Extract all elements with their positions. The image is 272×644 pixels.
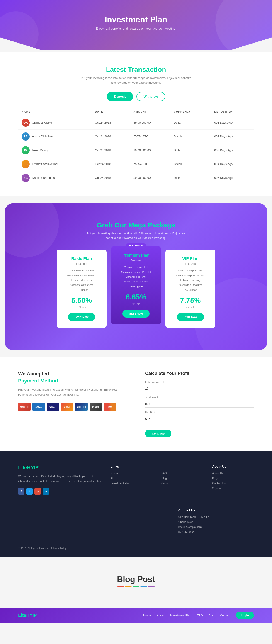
- row-deposit-by: 005 Days Ago: [211, 171, 254, 185]
- row-deposit-by: 002 Days Ago: [211, 130, 254, 143]
- payment-calc-section: We Accepted Payment Method Put your inve…: [0, 357, 272, 451]
- footer-link-investment[interactable]: Investment Plan: [110, 482, 152, 485]
- footer-contact-row: Contact Us 512 Main road ST. MA 176 Char…: [18, 504, 254, 536]
- plan-feature: 24/7Support: [62, 288, 101, 292]
- payment-desc: Put your investing ideas into action wit…: [18, 387, 127, 397]
- plan-features-label: Features: [117, 259, 155, 262]
- plan-rate-period: / Month: [171, 306, 210, 308]
- col-date: DATE: [92, 108, 130, 116]
- table-row: IV Isreal Vandy Oct.24.2018 $9.00 000.00…: [18, 143, 254, 157]
- nav-logo-hyip: HYIP: [26, 613, 37, 618]
- start-now-button[interactable]: Start Now: [122, 310, 150, 318]
- table-header-row: NAME DATE AMOUNT CURRENCY DEPOSIT BY: [18, 108, 254, 116]
- footer-aboutus-title: About Us: [212, 465, 254, 468]
- blog-title: Blog Post: [18, 575, 254, 584]
- nav-about[interactable]: About: [157, 614, 164, 617]
- copyright-text: © 2018. All Rights Reserved. Privacy Pol…: [18, 547, 66, 550]
- underline-red: [117, 586, 124, 587]
- plan-rate-period: / Month: [62, 306, 101, 308]
- continue-button[interactable]: Continue: [145, 430, 171, 438]
- net-profit-input[interactable]: [145, 415, 254, 423]
- nav-contact[interactable]: Contact: [220, 614, 230, 617]
- nav-faq[interactable]: FAQ: [197, 614, 203, 617]
- row-amount: 75354 BTC: [130, 130, 170, 143]
- col-currency: CURRENCY: [170, 108, 211, 116]
- payment-logo: Maestro: [18, 403, 30, 411]
- payment-logos: MaestroAMEXVISACirrusElectronDinersMC: [18, 403, 127, 411]
- most-popular-badge: Most Popular: [126, 244, 146, 248]
- plan-rate-period: / Month: [117, 302, 155, 305]
- underline-green: [132, 586, 140, 587]
- avatar: IV: [22, 146, 30, 154]
- total-profit-label: Total Profit :: [145, 396, 254, 399]
- start-now-button[interactable]: Start Now: [177, 313, 204, 321]
- plan-feature: Minimum Deposit $10: [117, 266, 155, 269]
- user-name: Emmott Steinkellner: [32, 162, 58, 166]
- footer-about-col: LiteHYIP We are full service Digital Mar…: [18, 465, 102, 494]
- avatar: AR: [22, 132, 30, 140]
- col-name: NAME: [18, 108, 92, 116]
- footer-signin-link[interactable]: Sign In: [212, 487, 254, 490]
- footer-links-col: Links Home About Investment Plan: [110, 465, 152, 494]
- plan-feature: Minimum Deposit $10: [171, 269, 210, 272]
- withdraw-tab[interactable]: Withdraw: [136, 92, 165, 101]
- total-profit-input[interactable]: [145, 400, 254, 408]
- plan-rate: 7.75%: [171, 296, 210, 305]
- enter-amount-input[interactable]: [145, 385, 254, 392]
- footer-aboutus-col: About Us About Us Blog Contact Us Sign I…: [212, 465, 254, 494]
- plan-feature: Enhanced security: [171, 278, 210, 282]
- plan-feature: Enhanced security: [62, 278, 101, 282]
- footer-logo-hyip: HYIP: [27, 465, 38, 470]
- social-icons: f t g+ in: [18, 488, 102, 494]
- blog-underline: [18, 586, 254, 587]
- plan-feature: Access to all features: [117, 280, 155, 283]
- enter-amount-field: Enter Ammount :: [145, 380, 254, 392]
- transaction-table: NAME DATE AMOUNT CURRENCY DEPOSIT BY OR …: [18, 108, 254, 185]
- googleplus-icon[interactable]: g+: [34, 488, 41, 494]
- payment-logo: VISA: [47, 403, 59, 411]
- facebook-icon[interactable]: f: [18, 488, 24, 494]
- footer: LiteHYIP We are full service Digital Mar…: [0, 451, 272, 556]
- nav-blog[interactable]: Blog: [208, 614, 214, 617]
- footer-blog-link[interactable]: Blog: [212, 477, 254, 480]
- footer-link-blog[interactable]: Blog: [162, 477, 203, 480]
- payment-logo: Diners: [90, 403, 102, 411]
- footer-email: info@example.com: [178, 526, 254, 528]
- plan-card: Basic Plan Features Minimum Deposit $10M…: [57, 250, 106, 328]
- deposit-tab[interactable]: Deposit: [107, 92, 133, 101]
- row-deposit-by: 004 Days Ago: [211, 157, 254, 171]
- table-row: ES Emmott Steinkellner Oct.24.2018 75354…: [18, 157, 254, 171]
- footer-contact-us-link[interactable]: Contact Us: [212, 482, 254, 485]
- start-now-button[interactable]: Start Now: [68, 313, 96, 321]
- calculator-panel: Calculate Your Profit Enter Ammount : To…: [145, 371, 254, 438]
- col-deposit-by: DEPOSIT BY: [211, 108, 254, 116]
- login-button[interactable]: Login: [236, 612, 254, 619]
- footer-link-about[interactable]: About: [110, 477, 152, 480]
- row-date: Oct.24.2018: [92, 116, 130, 130]
- calc-title: Calculate Your Profit: [145, 371, 254, 376]
- transaction-section: Latest Transaction Put your investing id…: [0, 52, 272, 196]
- footer-link-faq[interactable]: FAQ: [162, 472, 203, 475]
- underline-blue: [140, 586, 147, 587]
- top-navbar: LiteHYIP Home About Investment Plan FAQ …: [0, 608, 272, 623]
- we-accepted-label: We Accepted: [18, 371, 127, 377]
- tab-buttons: Deposit Withdraw: [18, 92, 254, 101]
- footer-logo: LiteHYIP: [18, 465, 102, 470]
- footer-link-contact[interactable]: Contact: [162, 482, 203, 485]
- plan-feature: Maximum Deposit $10,000: [117, 270, 155, 274]
- nav-investment[interactable]: Investment Plan: [170, 614, 191, 617]
- payment-logo: MC: [104, 403, 116, 411]
- nav-home[interactable]: Home: [143, 614, 151, 617]
- plan-rate: 5.50%: [62, 296, 101, 305]
- footer-link-home[interactable]: Home: [110, 472, 152, 475]
- twitter-icon[interactable]: t: [26, 488, 33, 494]
- plan-feature: 24/7Support: [117, 285, 155, 288]
- user-name: Nancee Broomes: [32, 176, 55, 180]
- payment-logo: AMEX: [32, 403, 45, 411]
- linkedin-icon[interactable]: in: [42, 488, 49, 494]
- row-date: Oct.24.2018: [92, 157, 130, 171]
- footer-about-us-link[interactable]: About Us: [212, 472, 254, 475]
- transaction-title-text: Latest: [106, 66, 128, 73]
- plan-feature: Enhanced security: [117, 275, 155, 278]
- plan-features-label: Features: [62, 262, 101, 266]
